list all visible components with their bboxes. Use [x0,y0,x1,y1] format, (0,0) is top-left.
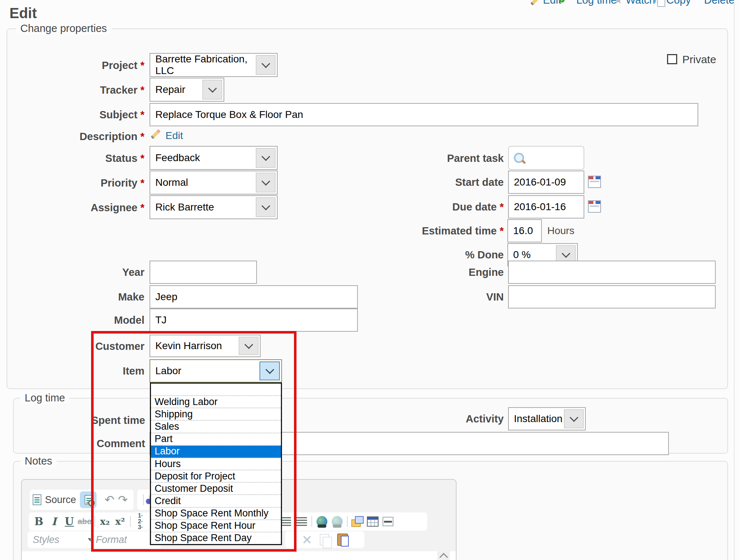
numbered-list-icon[interactable]: 1·2·3· [133,514,148,530]
item-dropdown-option[interactable]: Shop Space Rent Hour [151,520,281,532]
comment-label: Comment [0,438,145,450]
status-label: Status* [0,152,144,164]
description-label-text: Description [79,131,138,142]
source-button[interactable]: Source [45,494,76,506]
editor-scrollbar[interactable] [437,551,450,560]
item-dropdown-option[interactable] [151,384,281,396]
tracker-select-arrow [203,80,222,99]
priority-select[interactable]: Normal [150,171,278,195]
item-dropdown-option[interactable]: Hours [151,458,281,470]
copy-icon[interactable] [320,534,329,545]
toolbar-separator [311,516,312,527]
horizontal-rule-icon[interactable] [380,514,396,530]
activity-value: Installation [514,413,563,425]
subscript-icon[interactable]: x₂ [97,514,113,530]
percent-done-value: 0 % [513,249,531,261]
estimated-time-value: 16.0 [513,225,533,237]
underline-icon[interactable]: U [62,514,77,530]
customer-value: Kevin Harrison [155,340,222,352]
item-dropdown-option[interactable]: Shipping [151,408,281,421]
toolbar-separator [94,516,95,527]
make-input[interactable]: Jeep [150,285,358,308]
item-dropdown-option[interactable]: Customer Deposit [151,483,281,495]
notes-legend: Notes [20,455,57,467]
percent-done-label-text: % Done [465,249,504,261]
preview-template-button[interactable] [80,491,97,508]
description-label: Description* [0,131,144,143]
page-right-edge [734,0,735,560]
due-date-input[interactable]: 2016-01-16 [508,195,584,218]
start-date-input[interactable]: 2016-01-09 [508,171,584,194]
calendar-icon[interactable] [588,176,601,188]
format-combo-label: Format [96,534,127,545]
watch-star-icon[interactable]: ★ [613,0,623,6]
chevron-down-icon [208,84,217,93]
item-select-arrow[interactable] [259,361,280,380]
vin-input[interactable] [508,285,716,308]
item-dropdown-option[interactable]: Shop Space Rent Monthly [151,508,281,520]
year-input[interactable] [150,261,257,284]
toolbar-log-time-link[interactable]: Log time [576,0,617,6]
redo-icon[interactable]: ↷ [118,493,128,507]
item-dropdown-option[interactable]: Credit [151,495,281,507]
spent-time-label-text: Spent time [91,414,145,426]
link-icon[interactable] [314,514,330,530]
project-label: Project* [0,60,144,71]
item-dropdown-option[interactable]: Deposit for Project [151,470,281,483]
editor-undo-group: ↶ ↷ [99,490,134,510]
toolbar-delete-link[interactable]: Delete [704,0,735,6]
subject-input[interactable]: Replace Torque Box & Floor Pan [150,103,698,126]
private-checkbox[interactable] [667,54,677,64]
editor-content-area[interactable] [22,551,456,560]
assignee-label: Assignee* [0,202,144,214]
activity-select[interactable]: Installation [508,407,586,430]
superscript-icon[interactable]: x² [113,514,128,530]
item-dropdown-option[interactable]: Labor [151,446,281,458]
tracker-value: Repair [155,84,185,95]
assignee-select[interactable]: Rick Barrette [150,195,278,219]
undo-icon[interactable]: ↶ [105,493,114,507]
copy-icon[interactable] [655,0,656,3]
item-select[interactable]: Labor [150,359,282,383]
cut-icon[interactable] [302,535,312,545]
tracker-select[interactable]: Repair [150,78,224,102]
priority-label-text: Priority [101,177,138,189]
calendar-icon[interactable] [588,200,601,213]
status-select[interactable]: Feedback [150,146,278,170]
toolbar-watch-link[interactable]: Watch [626,0,655,6]
item-dropdown-option[interactable]: Welding Labor [151,396,281,408]
paste-icon[interactable] [337,534,348,546]
estimated-time-input[interactable]: 16.0 [507,219,542,242]
italic-icon[interactable]: I [46,514,62,530]
toolbar-edit-link[interactable]: Edit [543,0,561,6]
description-edit-link[interactable]: Edit [165,130,183,142]
engine-input[interactable] [508,261,716,284]
customer-select[interactable]: Kevin Harrison [150,335,261,357]
project-value: Barrette Fabrication, LLC [155,53,255,77]
styles-combo[interactable]: Styles [28,531,98,548]
calendar-icon-header [589,201,600,204]
required-marker: * [500,201,504,213]
unlink-icon[interactable] [330,514,345,530]
status-select-arrow [256,148,275,168]
toolbar-copy-link[interactable]: Copy [666,0,691,6]
scroll-up-icon[interactable] [439,553,448,560]
item-dropdown-option[interactable]: Part [151,433,281,446]
bold-icon[interactable]: B [31,514,46,530]
parent-task-input[interactable] [508,146,584,170]
table-icon[interactable] [365,514,380,530]
editor-clipboard-group [285,531,364,548]
due-date-value: 2016-01-16 [514,201,566,213]
subject-value: Replace Torque Box & Floor Pan [155,109,303,120]
image-icon[interactable] [350,514,365,530]
engine-label-text: Engine [469,266,504,278]
required-marker: * [140,131,144,142]
chevron-down-icon [261,201,270,210]
item-dropdown-option[interactable]: Shop Space Rent Day [151,532,281,544]
model-input[interactable]: TJ [150,308,358,332]
strikethrough-icon[interactable]: abc [77,514,92,530]
project-select[interactable]: Barrette Fabrication, LLC [150,53,278,77]
item-dropdown-option[interactable]: Sales [151,421,281,433]
justify-full-icon[interactable] [294,514,309,530]
search-icon [514,153,524,163]
